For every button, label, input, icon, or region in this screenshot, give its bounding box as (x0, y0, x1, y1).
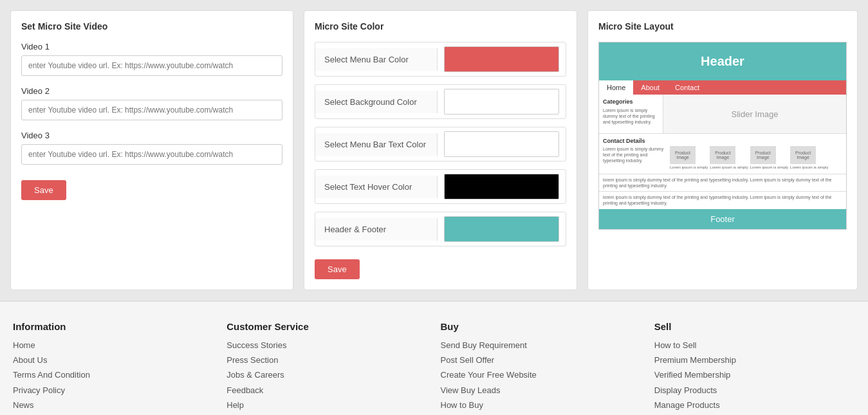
footer-link-verified[interactable]: Verified Membership (654, 369, 855, 381)
footer-link-post-sell[interactable]: Post Sell Offer (441, 355, 642, 366)
text-hover-color-row: Select Text Hover Color (315, 169, 566, 204)
bg-color-row: Select Background Color (315, 84, 566, 119)
video-2-label: Video 2 (21, 86, 282, 96)
preview-contact-row: Lorem ipsum is simply dummy text of the … (603, 146, 842, 170)
preview-nav-about: About (633, 80, 667, 95)
preview-text-block-1: lorem ipsum is simply dummy text of the … (599, 174, 846, 191)
footer-link-how-to-sell[interactable]: How to Sell (654, 340, 855, 351)
preview-product-text-2: Lorem ipsum is simply (710, 165, 748, 170)
footer-col-sell-title: Sell (654, 321, 855, 332)
preview-product-img-4: Product Image (790, 146, 816, 164)
preview-sidebar-text: Lorem ipsum is simply dummy text of the … (603, 107, 659, 125)
footer-col-information-title: Information (13, 321, 214, 332)
main-content: Set Micro Site Video Video 1 Video 2 Vid… (0, 0, 868, 300)
footer-link-how-to-buy[interactable]: How to Buy (441, 400, 642, 411)
preview-product-img-1: Product Image (670, 146, 696, 164)
bg-color-swatch[interactable] (444, 89, 559, 115)
video-panel: Set Micro Site Video Video 1 Video 2 Vid… (10, 10, 293, 290)
color-save-button[interactable]: Save (315, 259, 360, 279)
preview-contact-left: Lorem ipsum is simply dummy text of the … (603, 146, 667, 170)
preview-product-text-1: Lorem ipsum is simply (670, 165, 708, 170)
footer-link-about[interactable]: About Us (13, 355, 214, 366)
footer-col-sell: Sell How to Sell Premium Membership Veri… (654, 321, 855, 415)
video-2-group: Video 2 (21, 86, 282, 120)
menu-bar-color-swatch[interactable] (444, 46, 559, 72)
preview-header: Header (599, 42, 846, 80)
footer-link-display[interactable]: Display Products (654, 385, 855, 396)
preview-nav: Home About Contact (599, 80, 846, 95)
preview-sidebar-title: Categories (603, 98, 659, 105)
footer-col-information: Information Home About Us Terms And Cond… (13, 321, 214, 415)
video-1-label: Video 1 (21, 42, 282, 51)
header-footer-color-row: Header & Footer (315, 212, 566, 246)
footer-col-customer-title: Customer Service (226, 321, 427, 332)
preview-product-text-3: Lorem ipsum is simply (750, 165, 788, 170)
menu-bar-color-label: Select Menu Bar Color (315, 48, 438, 71)
preview-product-1: Product Image Lorem ipsum is simply (670, 146, 708, 170)
preview-product-img-label-2: Product Image (710, 151, 735, 160)
video-3-group: Video 3 (21, 131, 282, 165)
preview-nav-home: Home (599, 80, 633, 95)
video-panel-title: Set Micro Site Video (21, 21, 282, 32)
preview-footer: Footer (599, 209, 846, 229)
footer-link-home[interactable]: Home (13, 340, 214, 351)
footer-link-create-website[interactable]: Create Your Free Website (441, 369, 642, 381)
preview-contact-title: Contact Details (603, 138, 842, 144)
footer-link-news[interactable]: News (13, 400, 214, 411)
menu-text-color-swatch[interactable] (444, 131, 559, 157)
site-preview: Header Home About Contact Categories Lor… (598, 42, 847, 230)
text-hover-color-label: Select Text Hover Color (315, 176, 438, 198)
footer-link-premium[interactable]: Premium Membership (654, 355, 855, 366)
footer-link-send-buy[interactable]: Send Buy Requirement (441, 340, 642, 351)
preview-products: Product Image Lorem ipsum is simply Prod… (670, 146, 842, 170)
menu-text-color-label: Select Menu Bar Text Color (315, 133, 438, 156)
footer-col-buy: Buy Send Buy Requirement Post Sell Offer… (441, 321, 642, 415)
footer-grid: Information Home About Us Terms And Cond… (13, 321, 855, 415)
footer-link-view-leads[interactable]: View Buy Leads (441, 385, 642, 396)
preview-product-text-4: Lorem ipsum is simply (790, 165, 828, 170)
preview-product-img-label-3: Product Image (750, 151, 776, 160)
preview-slider-text: Slider Image (732, 109, 779, 119)
footer-col-buy-title: Buy (441, 321, 642, 332)
footer-link-manage[interactable]: Manage Products (654, 400, 855, 411)
preview-product-img-3: Product Image (750, 146, 776, 164)
layout-panel: Micro Site Layout Header Home About Cont… (587, 10, 858, 290)
preview-product-4: Product Image Lorem ipsum is simply (790, 146, 828, 170)
video-save-button[interactable]: Save (21, 180, 66, 200)
preview-text-block-2: lorem ipsum is simply dummy text of the … (599, 191, 846, 208)
preview-sidebar: Categories Lorem ipsum is simply dummy t… (599, 95, 663, 133)
footer-link-feedback[interactable]: Feedback (226, 385, 427, 396)
footer-link-success[interactable]: Success Stories (226, 340, 427, 351)
preview-main: Slider Image (663, 95, 846, 133)
bg-color-label: Select Background Color (315, 91, 438, 113)
color-panel-title: Micro Site Color (315, 21, 566, 32)
footer-col-customer: Customer Service Success Stories Press S… (226, 321, 427, 415)
preview-product-3: Product Image Lorem ipsum is simply (750, 146, 788, 170)
menu-text-color-row: Select Menu Bar Text Color (315, 127, 566, 161)
header-footer-color-swatch[interactable] (444, 216, 559, 242)
video-3-label: Video 3 (21, 131, 282, 140)
footer-link-help[interactable]: Help (226, 400, 427, 411)
footer-link-privacy[interactable]: Privacy Policy (13, 385, 214, 396)
menu-bar-color-row: Select Menu Bar Color (315, 42, 566, 77)
video-2-input[interactable] (21, 100, 282, 120)
video-1-group: Video 1 (21, 42, 282, 76)
preview-product-img-2: Product Image (710, 146, 735, 164)
video-3-input[interactable] (21, 144, 282, 165)
footer-link-jobs[interactable]: Jobs & Careers (226, 369, 427, 381)
text-hover-color-swatch[interactable] (444, 174, 559, 199)
preview-product-2: Product Image Lorem ipsum is simply (710, 146, 748, 170)
preview-nav-contact: Contact (667, 80, 707, 95)
header-footer-color-label: Header & Footer (315, 218, 438, 241)
preview-product-img-label-4: Product Image (790, 151, 816, 160)
preview-contact: Contact Details Lorem ipsum is simply du… (599, 133, 846, 174)
layout-panel-title: Micro Site Layout (598, 21, 847, 32)
video-1-input[interactable] (21, 55, 282, 76)
preview-contact-text: Lorem ipsum is simply dummy text of the … (603, 146, 667, 163)
color-panel: Micro Site Color Select Menu Bar Color S… (304, 10, 577, 290)
preview-product-img-label-1: Product Image (670, 151, 696, 160)
footer-link-press[interactable]: Press Section (226, 355, 427, 366)
site-footer: Information Home About Us Terms And Cond… (0, 300, 868, 415)
preview-body: Categories Lorem ipsum is simply dummy t… (599, 95, 846, 133)
footer-link-terms[interactable]: Terms And Condition (13, 369, 214, 381)
